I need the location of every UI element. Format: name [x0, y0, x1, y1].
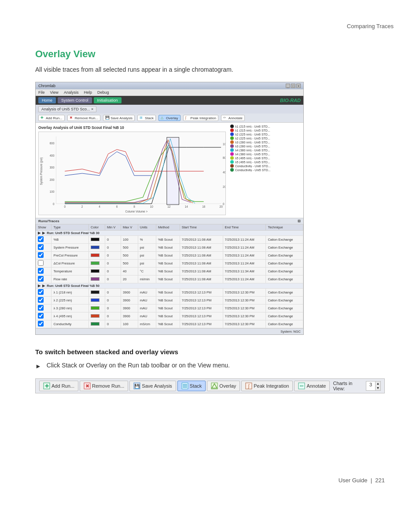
sc-row-units: psi: [138, 260, 156, 268]
sc-row-maxv: 3900: [121, 297, 138, 305]
sc-nav-initialisation[interactable]: Initialisation: [94, 97, 122, 103]
sc-maximize-btn[interactable]: □: [291, 84, 295, 88]
legend-item-2: λ1 (215 nm) - Uni5 STD...: [230, 128, 302, 132]
sc-tb-overlay[interactable]: △Overlay: [158, 115, 181, 121]
sc-tab[interactable]: Analysis of Uni5 STD Sco... ×: [38, 106, 96, 112]
sc-chart-title: Overlay Analysis of Uni6 STD Scout Final…: [38, 125, 226, 130]
tb-save-analysis-btn[interactable]: 💾 Save Analysis: [129, 381, 176, 391]
sc-row-start: 7/25/2013 12:13 PM: [180, 297, 223, 305]
sc-nav-home[interactable]: Home: [38, 97, 56, 103]
sc-row-show[interactable]: [36, 297, 52, 305]
sc-menu-file[interactable]: File: [38, 90, 45, 95]
legend-label-11: Conductivity - Uni6 STD...: [235, 165, 271, 168]
sc-menu-help[interactable]: Help: [84, 90, 92, 95]
sc-nav-sysctrl[interactable]: System Control: [58, 97, 92, 103]
svg-text:80: 80: [223, 156, 225, 159]
spinner-down-btn[interactable]: ▼: [376, 386, 380, 390]
sc-row-color: [88, 236, 105, 244]
sc-row-show[interactable]: [36, 289, 52, 297]
svg-text:System Pressure (psi): System Pressure (psi): [40, 158, 43, 185]
page-footer: User Guide | 221: [339, 477, 385, 484]
sc-tab-area: Analysis of Uni5 STD Sco... ×: [36, 105, 303, 114]
sc-row-start: 7/25/2013 12:13 PM: [180, 305, 223, 312]
tb-remove-run-btn[interactable]: ✖ Remove Run...: [80, 381, 128, 391]
sc-menu-analysis[interactable]: Analysis: [64, 90, 79, 95]
peak-integration-icon: ∫: [245, 382, 252, 389]
sc-row-type: PreCol Pressure: [52, 252, 89, 260]
sc-row-units: mS/cm: [138, 320, 156, 328]
sc-runs-panel: Runs/Traces ⊟ Show Type Color Min V Max …: [36, 218, 303, 328]
sc-tb-remove-run[interactable]: ✖Remove Run...: [67, 115, 100, 121]
sc-row-show[interactable]: [36, 244, 52, 252]
legend-color-6: [230, 144, 234, 148]
sc-row-show[interactable]: [36, 320, 52, 328]
sc-tb-save-analysis[interactable]: 💾Save Analysis: [103, 115, 135, 121]
spinner-arrows: ▲ ▼: [375, 382, 380, 390]
legend-label-1: λ1 (215 nm) - Uni6 STD...: [235, 125, 270, 128]
sc-minimize-btn[interactable]: _: [286, 84, 290, 88]
svg-text:Column Volume >: Column Volume >: [125, 210, 148, 213]
sc-row-method: %B Scout: [156, 320, 180, 328]
sc-row-method: %B Scout: [156, 260, 180, 268]
sc-row-show[interactable]: [36, 252, 52, 260]
sc-runs-header: Runs/Traces ⊟: [36, 218, 303, 224]
sc-row-method: %B Scout: [156, 289, 180, 297]
sc-tb-stack[interactable]: ⊞Stack: [137, 115, 156, 121]
sc-tb-add-run[interactable]: ✚Add Run...: [38, 115, 65, 121]
sc-row-technique: Cation Exchange: [266, 312, 303, 320]
sc-row-units: psi: [138, 244, 156, 252]
sc-col-minv: Min V: [105, 224, 121, 231]
sc-row-show[interactable]: [36, 236, 52, 244]
sc-menu-view[interactable]: View: [50, 90, 59, 95]
sc-group1-header: ▶ ▶ Run: Uni5 STD Scout Final %B 30: [36, 231, 303, 236]
sc-row-show[interactable]: [36, 275, 52, 283]
legend-color-7: [230, 148, 234, 152]
sc-menu-debug[interactable]: Debug: [97, 90, 109, 95]
sc-tb-annotate[interactable]: ✏Annotate: [221, 115, 245, 121]
sc-tb-annotate-icon: ✏: [223, 116, 228, 120]
sc-row-type: Temperature: [52, 268, 89, 275]
svg-text:✚: ✚: [45, 383, 49, 389]
sc-close-btn[interactable]: ×: [296, 84, 301, 88]
sc-row-method: %B Scout: [156, 312, 180, 320]
sc-row-method: %B Scout: [156, 252, 180, 260]
sc-col-maxv: Max V: [121, 224, 138, 231]
sc-runs-header-expand[interactable]: ⊟: [298, 219, 301, 223]
sc-row-minv: 0: [105, 297, 121, 305]
footer-text: User Guide: [339, 477, 368, 484]
legend-item-1: λ1 (215 nm) - Uni6 STD...: [230, 125, 302, 128]
tb-annotate-label: Annotate: [306, 383, 326, 389]
sc-row-units: mAU: [138, 305, 156, 312]
sc-row-technique: Cation Exchange: [266, 305, 303, 312]
sc-row-show[interactable]: [36, 305, 52, 312]
sc-row-type: λ 3 (280 nm): [52, 305, 89, 312]
tb-overlay-btn[interactable]: Overlay: [207, 381, 240, 391]
sc-row-minv: 0: [105, 305, 121, 312]
sc-row-technique: Cation Exchange: [266, 268, 303, 275]
legend-item-10: λ5 (495 nm) - Uni5 STD...: [230, 160, 302, 164]
charts-in-view-spinner[interactable]: 3 ▲ ▼: [366, 381, 381, 391]
svg-text:12: 12: [167, 205, 171, 208]
sc-row-units: °C: [138, 268, 156, 275]
sc-main-area: Overlay Analysis of Uni6 STD Scout Final…: [36, 123, 303, 218]
svg-text:4: 4: [99, 205, 100, 208]
tb-add-run-btn[interactable]: ✚ Add Run...: [39, 381, 78, 391]
sc-tb-peak-integration[interactable]: ∫Peak Integration: [183, 115, 218, 121]
sc-row-show[interactable]: [36, 268, 52, 275]
sc-row-technique: Cation Exchange: [266, 289, 303, 297]
sc-app-title: Chromlab: [38, 84, 55, 88]
sc-row-color: [88, 289, 105, 297]
tb-peak-integration-btn[interactable]: ∫ Peak Integration: [241, 381, 293, 391]
sc-row-start: 7/25/2013 11:08 AM: [180, 252, 223, 260]
section-title: Overlay View: [35, 48, 385, 60]
sc-runs-table-header: Show Type Color Min V Max V Units Method…: [36, 224, 303, 231]
sc-row-method: %B Scout: [156, 305, 180, 312]
tb-stack-btn[interactable]: Stack: [177, 381, 206, 391]
sc-row-show[interactable]: [36, 312, 52, 320]
sc-tb-peak-icon: ∫: [185, 116, 190, 120]
sc-row-show[interactable]: [36, 260, 52, 268]
legend-label-7: λ4 (380 nm) - Uni6 STD...: [235, 149, 270, 152]
spinner-up-btn[interactable]: ▲: [376, 382, 380, 386]
tb-annotate-btn[interactable]: ✏ Annotate: [294, 381, 330, 391]
sc-row-maxv: 100: [121, 320, 138, 328]
